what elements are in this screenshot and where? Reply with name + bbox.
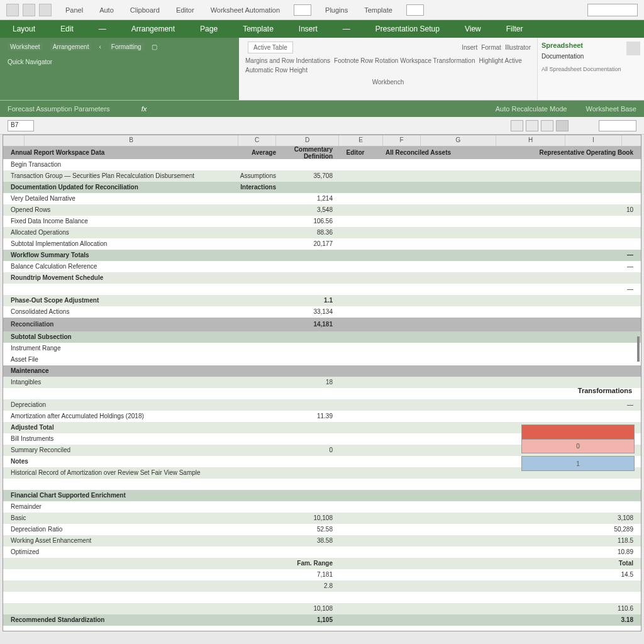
table-row[interactable]: Subtotal Subsection — [3, 331, 641, 343]
table-row[interactable] — [3, 592, 641, 603]
table-row[interactable]: Workflow Summary Totals— — [3, 250, 641, 261]
table-row[interactable]: Instrument Range — [3, 343, 641, 354]
table-row[interactable]: Very Detailed Narrative1,214 — [3, 193, 641, 204]
table-row[interactable]: Begin Transaction — [3, 159, 641, 170]
zoom-box[interactable] — [294, 4, 311, 16]
tab-presentation[interactable]: Presentation Setup — [375, 25, 440, 33]
center-label-insert[interactable]: Insert — [462, 44, 477, 51]
table-row[interactable]: Opened Rows3,54810 — [3, 204, 641, 216]
table-row[interactable]: Remainder — [3, 501, 641, 513]
col-header-h[interactable]: H — [496, 135, 565, 146]
col-header-g[interactable]: G — [421, 135, 496, 146]
center-label-format[interactable]: Format — [481, 44, 501, 51]
red-cell-light[interactable]: 0 — [521, 440, 635, 453]
chip-arrangement[interactable]: Arrangement — [50, 43, 92, 51]
col-header-i[interactable]: I — [565, 135, 622, 146]
fx-icon[interactable]: fx — [142, 105, 147, 113]
panel-sub[interactable]: All Spreadsheet Documentation — [541, 66, 640, 72]
table-row[interactable]: Working Asset Enhancement38.58118.5 — [3, 535, 641, 547]
table-row[interactable]: Depreciation— — [3, 399, 641, 411]
menu-auto[interactable]: Auto — [97, 5, 116, 15]
chip-formatting[interactable]: Formatting — [109, 43, 144, 51]
sheet-body[interactable]: Annual Report Workspace Data Average Com… — [3, 147, 641, 626]
quick-navigator-label: Quick Navigator — [8, 58, 52, 65]
row-val2: 11.39 — [280, 413, 336, 419]
qat-redo-icon[interactable] — [39, 4, 52, 16]
highlight-label[interactable]: Highlight Active — [479, 57, 521, 64]
table-row[interactable]: Consolidated Actions33,134 — [3, 306, 641, 318]
chevron-left-icon[interactable]: ‹ — [99, 43, 101, 50]
table-row[interactable]: Roundtrip Movement Schedule — [3, 272, 641, 284]
tab-edit[interactable]: Edit — [60, 25, 74, 33]
tab-page[interactable]: Page — [200, 25, 218, 33]
tab-insert[interactable]: Insert — [299, 25, 318, 33]
col-header-e[interactable]: E — [339, 135, 383, 146]
table-row[interactable]: Phase-Out Scope Adjustment1.1 — [3, 295, 641, 306]
zoom-field[interactable] — [599, 120, 636, 131]
table-row[interactable]: Reconciliation14,181 — [3, 318, 641, 331]
table-row[interactable]: Asset File — [3, 354, 641, 365]
table-row[interactable]: Maintenance — [3, 365, 641, 377]
table-row[interactable] — [3, 388, 641, 399]
table-row[interactable]: Intangibles18 — [3, 377, 641, 388]
active-table-input[interactable]: Active Table — [248, 42, 293, 53]
menu-worksheet-automation[interactable]: Worksheet Automation — [208, 5, 282, 15]
table-row[interactable]: Balance Calculation Reference— — [3, 261, 641, 272]
table-row[interactable]: 2.8 — [3, 580, 641, 592]
menu-template[interactable]: Template — [362, 5, 395, 15]
tab-filter[interactable]: Filter — [506, 25, 523, 33]
cell-reference-input[interactable]: B7 — [8, 120, 34, 131]
table-row[interactable]: 10,108110.6 — [3, 603, 641, 614]
tab-view[interactable]: View — [465, 25, 481, 33]
tab-arrangement[interactable]: Arrangement — [131, 25, 175, 33]
table-row[interactable]: Optimized10.89 — [3, 547, 641, 558]
row-far: — — [591, 263, 641, 270]
table-row[interactable]: Depreciation Ratio52.5850,289 — [3, 524, 641, 535]
table-row[interactable]: Documentation Updated for Reconciliation… — [3, 182, 641, 193]
menu-panel[interactable]: Panel — [63, 5, 86, 15]
table-row[interactable]: Fixed Data Income Balance106.56 — [3, 216, 641, 227]
menu-clipboard[interactable]: Clipboard — [128, 5, 162, 15]
table-row[interactable]: Subtotal Implementation Allocation20,177 — [3, 238, 641, 250]
col-header-c[interactable]: C — [238, 135, 276, 146]
col-header-d[interactable]: D — [276, 135, 339, 146]
view-break-icon[interactable] — [541, 120, 553, 131]
tab-template[interactable]: Template — [243, 25, 274, 33]
view-custom-icon[interactable] — [556, 120, 569, 131]
row-label: Optimized — [3, 548, 236, 555]
table-row[interactable]: Allocated Operations88.36 — [3, 227, 641, 238]
row-far: — — [591, 401, 641, 408]
chip-worksheet[interactable]: Worksheet — [8, 43, 43, 51]
row-val2: 20,177 — [280, 240, 336, 247]
red-cell-dark[interactable] — [521, 425, 635, 440]
tab-layout[interactable]: Layout — [13, 25, 35, 33]
view-page-icon[interactable] — [526, 120, 538, 131]
menu-plugins[interactable]: Plugins — [323, 5, 350, 15]
format-box[interactable] — [406, 4, 424, 16]
table-row[interactable] — [3, 479, 641, 490]
menu-editor[interactable]: Editor — [174, 5, 197, 15]
square-icon[interactable]: ▢ — [152, 43, 157, 50]
qat-save-icon[interactable] — [6, 4, 19, 16]
table-row[interactable]: Recommended Standardization1,1053.18 — [3, 614, 641, 626]
table-row[interactable]: Financial Chart Supported Enrichment — [3, 490, 641, 501]
panel-item[interactable]: Documentation — [541, 53, 640, 60]
table-row[interactable]: Transaction Group — Securities Plan Reca… — [3, 170, 641, 182]
col-header-a[interactable] — [3, 135, 25, 146]
row-far: 10 — [591, 206, 641, 213]
panel-settings-icon[interactable] — [626, 42, 640, 55]
table-row[interactable]: Fam. RangeTotal — [3, 558, 641, 569]
vertical-scrollbar[interactable] — [637, 336, 640, 362]
view-normal-icon[interactable] — [511, 120, 523, 131]
table-row[interactable]: — — [3, 284, 641, 295]
table-row[interactable]: Basic10,1083,108 — [3, 513, 641, 524]
search-field[interactable] — [587, 4, 638, 16]
col-header-b[interactable]: B — [25, 135, 238, 146]
table-row[interactable]: Amortization after Accumulated Holdings … — [3, 411, 641, 422]
table-row[interactable]: 7,18114.5 — [3, 569, 641, 580]
qat-undo-icon[interactable] — [23, 4, 35, 16]
blue-cell[interactable]: 1 — [521, 456, 635, 471]
col-header-f[interactable]: F — [383, 135, 421, 146]
center-label-illustrator[interactable]: Illustrator — [505, 44, 531, 51]
header-row[interactable]: Annual Report Workspace Data Average Com… — [3, 147, 641, 159]
